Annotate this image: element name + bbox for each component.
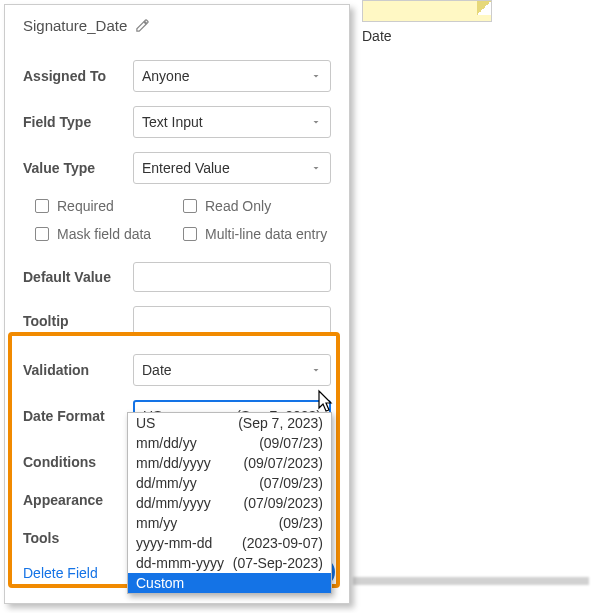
conditions-label: Conditions — [23, 454, 96, 470]
appearance-section[interactable]: Appearance — [23, 492, 123, 508]
assigned-to-label: Assigned To — [23, 68, 133, 84]
appearance-label: Appearance — [23, 492, 103, 508]
date-format-option-ddmmyyyy[interactable]: dd/mm/yyyy (07/09/2023) — [128, 493, 331, 513]
value-type-label: Value Type — [23, 160, 133, 176]
field-preview-label: Date — [362, 28, 492, 44]
validation-value: Date — [142, 362, 172, 378]
value-type-value: Entered Value — [142, 160, 230, 176]
date-format-option-ddmmmyyyy[interactable]: dd-mmm-yyyy (07-Sep-2023) — [128, 553, 331, 573]
field-name: Signature_Date — [23, 17, 127, 34]
validation-select[interactable]: Date — [133, 354, 331, 386]
multiline-checkbox[interactable] — [183, 227, 197, 241]
chevron-down-icon — [310, 364, 322, 376]
tools-section[interactable]: Tools — [23, 530, 123, 546]
assigned-to-select[interactable]: Anyone — [133, 60, 331, 92]
field-preview-sticky[interactable] — [362, 0, 492, 22]
value-type-select[interactable]: Entered Value — [133, 152, 331, 184]
date-format-label: Date Format — [23, 408, 133, 424]
read-only-label: Read Only — [205, 198, 271, 214]
default-value-input[interactable] — [133, 262, 331, 292]
date-format-option-custom[interactable]: Custom — [128, 573, 331, 593]
date-format-dropdown: US (Sep 7, 2023) mm/dd/yy (09/07/23) mm/… — [127, 412, 332, 594]
chevron-down-icon — [310, 116, 322, 128]
date-format-option-mmddyy[interactable]: mm/dd/yy (09/07/23) — [128, 433, 331, 453]
chevron-down-icon — [310, 70, 322, 82]
chevron-down-icon — [310, 162, 322, 174]
date-format-option-yyyymmdd[interactable]: yyyy-mm-dd (2023-09-07) — [128, 533, 331, 553]
tooltip-label: Tooltip — [23, 313, 133, 329]
delete-field-link[interactable]: Delete Field — [23, 565, 98, 581]
validation-label: Validation — [23, 362, 133, 378]
date-format-option-us[interactable]: US (Sep 7, 2023) — [128, 413, 331, 433]
tooltip-input[interactable] — [133, 306, 331, 336]
mask-checkbox[interactable] — [35, 227, 49, 241]
date-format-option-ddmmyy[interactable]: dd/mm/yy (07/09/23) — [128, 473, 331, 493]
multiline-label: Multi-line data entry — [205, 226, 327, 242]
tools-label: Tools — [23, 530, 59, 546]
default-value-label: Default Value — [23, 269, 133, 285]
required-checkbox[interactable] — [35, 199, 49, 213]
field-type-label: Field Type — [23, 114, 133, 130]
decorative-shadow — [353, 577, 589, 585]
date-format-option-mmddyyyy[interactable]: mm/dd/yyyy (09/07/2023) — [128, 453, 331, 473]
field-type-select[interactable]: Text Input — [133, 106, 331, 138]
conditions-section[interactable]: Conditions — [23, 454, 123, 470]
read-only-checkbox[interactable] — [183, 199, 197, 213]
assigned-to-value: Anyone — [142, 68, 189, 84]
field-type-value: Text Input — [142, 114, 203, 130]
pencil-icon[interactable] — [135, 18, 150, 33]
required-label: Required — [57, 198, 114, 214]
date-format-option-mmyy[interactable]: mm/yy (09/23) — [128, 513, 331, 533]
mask-label: Mask field data — [57, 226, 151, 242]
